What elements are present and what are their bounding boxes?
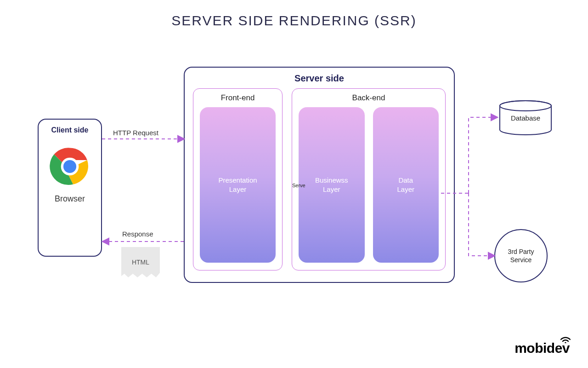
mobidev-logo: mobidev (514, 340, 570, 356)
backend-title: Back-end (299, 93, 439, 103)
database-node: Database (498, 100, 553, 136)
third-party-label: 3rd PartyService (508, 247, 534, 264)
chrome-icon (50, 146, 90, 187)
response-label: Response (122, 230, 153, 238)
client-side-box: Client side Browser (38, 119, 102, 257)
wifi-icon (560, 337, 571, 343)
frontend-section: Front-end PresentationLayer (193, 88, 283, 270)
html-document-icon: HTML (121, 247, 160, 277)
page-title: SERVER SIDE RENDERING (SSR) (0, 13, 588, 29)
browser-label: Browser (42, 194, 97, 204)
business-layer: BusinewssLayer (299, 107, 365, 263)
database-label: Database (498, 114, 553, 122)
svg-point-2 (63, 160, 76, 173)
backend-section: Back-end BusinewssLayer DataLayer (292, 88, 446, 270)
server-side-box: Server side Front-end PresentationLayer … (184, 67, 455, 283)
frontend-title: Front-end (200, 93, 276, 103)
html-document-label: HTML (132, 259, 149, 266)
client-side-title: Client side (42, 126, 97, 134)
svg-point-5 (565, 342, 566, 343)
third-party-node: 3rd PartyService (494, 229, 548, 282)
artifact-text: Serve (292, 183, 305, 188)
http-request-label: HTTP Request (113, 129, 158, 137)
data-layer: DataLayer (373, 107, 439, 263)
presentation-layer: PresentationLayer (200, 107, 276, 263)
server-side-title: Server side (193, 73, 446, 84)
